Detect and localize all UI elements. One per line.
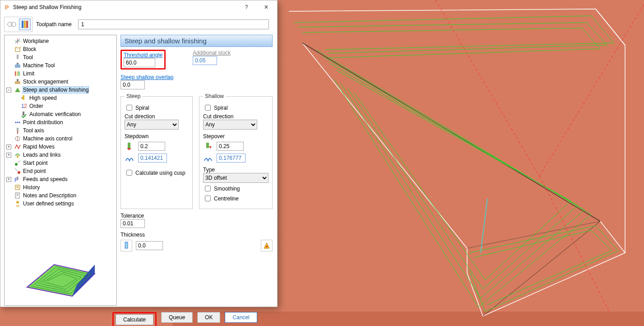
shallow-cutdir-select[interactable]: Any <box>203 120 257 130</box>
svg-rect-14 <box>24 21 26 28</box>
svg-rect-24 <box>17 63 19 65</box>
steep-shallow-overlap-link[interactable]: Steep shallow overlap <box>120 74 173 80</box>
svg-rect-28 <box>15 81 20 84</box>
shallow-stepover-input[interactable] <box>217 142 244 151</box>
tree-item-label: Stock engagement <box>23 79 68 85</box>
threshold-angle-input[interactable] <box>124 58 155 67</box>
tree-expand-icon[interactable]: + <box>6 153 11 158</box>
steep-stepdown-input[interactable] <box>138 142 165 151</box>
calculate-button[interactable]: Calculate <box>116 314 153 325</box>
tree-item-start-point[interactable]: Start point <box>6 159 116 167</box>
tree-item-leads-and-links[interactable]: +Leads and links <box>6 151 116 159</box>
toolaxis-icon <box>14 127 21 134</box>
strategy-icon-1[interactable] <box>6 19 18 30</box>
steep-spiral-checkbox[interactable]: Spiral <box>125 103 189 112</box>
tree-item-tool[interactable]: Tool <box>6 53 116 61</box>
shallow-type-select[interactable]: 3D offset <box>203 173 269 183</box>
svg-rect-22 <box>17 55 19 58</box>
machinetool-icon <box>14 62 21 69</box>
additional-stock-link[interactable]: Additional stock <box>193 50 231 56</box>
panel-title: Steep and shallow finishing <box>120 35 273 47</box>
svg-rect-13 <box>22 21 23 28</box>
steep-shallow-dialog: P Steep and Shallow Finishing ? × Toolpa… <box>0 0 278 307</box>
tree-item-automatic-verification[interactable]: Automatic verification <box>13 110 116 118</box>
tree-item-block[interactable]: Block <box>6 45 116 53</box>
tree-item-user-defined-settings[interactable]: User defined settings <box>6 200 116 208</box>
smoothing-checkbox[interactable]: Smoothing <box>203 184 269 193</box>
cusp-icon <box>203 153 213 163</box>
tree-item-feeds-and-speeds[interactable]: +FFeeds and speeds <box>6 175 116 183</box>
help-button[interactable]: ? <box>236 1 256 14</box>
strategy-preview-image <box>18 242 99 301</box>
workplane-icon <box>14 37 21 45</box>
thickness-components-icon[interactable] <box>261 240 273 251</box>
autoverify-icon <box>20 111 28 118</box>
calc-using-cusp-checkbox[interactable]: Calculate using cusp <box>125 168 189 177</box>
tree-item-label: User defined settings <box>23 200 74 207</box>
strategy-icon-2[interactable] <box>19 19 31 30</box>
svg-point-43 <box>15 163 18 166</box>
tree-item-label: Order <box>29 103 43 109</box>
additional-stock-input <box>193 56 217 65</box>
tree-item-limit[interactable]: Limit <box>6 70 116 78</box>
tree-item-workplane[interactable]: Workplane <box>6 37 116 45</box>
toolpath-name-input[interactable] <box>78 19 269 29</box>
tree-item-order[interactable]: 12Order <box>13 102 116 110</box>
thickness-mode-icon[interactable] <box>120 240 132 251</box>
tree-item-tool-axis[interactable]: Tool axis <box>6 126 116 135</box>
svg-point-44 <box>18 171 20 174</box>
svg-text:F: F <box>14 177 18 183</box>
tree-item-machine-axis-control[interactable]: Machine axis control <box>6 135 116 143</box>
thickness-input[interactable] <box>136 241 163 250</box>
svg-point-59 <box>266 246 268 247</box>
endpt-icon <box>14 168 21 175</box>
tree-item-high-speed[interactable]: High speed <box>13 94 116 102</box>
tree-item-label: Start point <box>23 160 48 166</box>
highspeed-icon <box>20 94 28 102</box>
tree-item-label: Limit <box>23 70 34 77</box>
stockeng-icon <box>14 78 21 85</box>
nav-tree[interactable]: WorkplaneBlockToolMachine ToolLimitStock… <box>4 35 117 306</box>
steep-group: Steep Spiral Cut direction Any Stepdown … <box>120 93 193 209</box>
calculate-highlight: Calculate <box>112 312 157 326</box>
cancel-button[interactable]: Cancel <box>225 312 257 323</box>
machineaxis-icon <box>14 135 21 142</box>
leads-icon <box>14 151 21 158</box>
cusp-icon <box>125 153 134 163</box>
titlebar[interactable]: P Steep and Shallow Finishing ? × <box>0 0 277 14</box>
svg-rect-23 <box>15 65 20 68</box>
steep-cutdir-select[interactable]: Any <box>125 120 179 130</box>
svg-rect-47 <box>15 185 20 190</box>
toolpath-name-label: Toolpath name <box>36 21 72 28</box>
close-button[interactable]: × <box>256 1 276 14</box>
svg-rect-29 <box>17 79 19 81</box>
tree-item-rapid-moves[interactable]: +Rapid Moves <box>6 143 116 151</box>
tree-item-label: Machine axis control <box>23 135 72 142</box>
overlap-input[interactable] <box>120 80 145 89</box>
tree-item-machine-tool[interactable]: Machine Tool <box>6 61 116 70</box>
tree-item-label: Workplane <box>23 38 49 44</box>
dialog-buttons: Calculate Queue OK Cancel <box>112 307 277 326</box>
shallow-spiral-checkbox[interactable]: Spiral <box>203 103 269 112</box>
tree-item-history[interactable]: History <box>6 183 116 191</box>
tree-expand-icon[interactable]: − <box>6 88 11 93</box>
queue-button[interactable]: Queue <box>161 312 193 323</box>
svg-rect-57 <box>206 143 209 148</box>
tree-item-end-point[interactable]: End point <box>6 167 116 175</box>
limit-icon <box>14 70 21 77</box>
tree-expand-icon[interactable]: + <box>6 177 11 182</box>
tolerance-input[interactable] <box>120 219 145 228</box>
tree-item-stock-engagement[interactable]: Stock engagement <box>6 78 116 86</box>
tree-item-label: Steep and shallow finishing <box>23 87 88 93</box>
tree-item-notes-and-description[interactable]: Notes and Description <box>6 191 116 200</box>
threshold-angle-link[interactable]: Threshold angle <box>124 52 162 58</box>
tree-item-steep-and-shallow-finishing[interactable]: −Steep and shallow finishing <box>6 86 116 94</box>
ok-button[interactable]: OK <box>197 312 220 323</box>
centreline-checkbox[interactable]: Centreline <box>203 194 269 203</box>
tree-item-label: Machine Tool <box>23 62 55 69</box>
tree-expand-icon[interactable]: + <box>6 144 11 149</box>
shallow-cusp-input <box>217 154 246 163</box>
tree-item-point-distribution[interactable]: Point distribution <box>6 118 116 126</box>
tree-item-label: Tool <box>23 54 33 61</box>
steepshallow-icon <box>14 86 21 93</box>
